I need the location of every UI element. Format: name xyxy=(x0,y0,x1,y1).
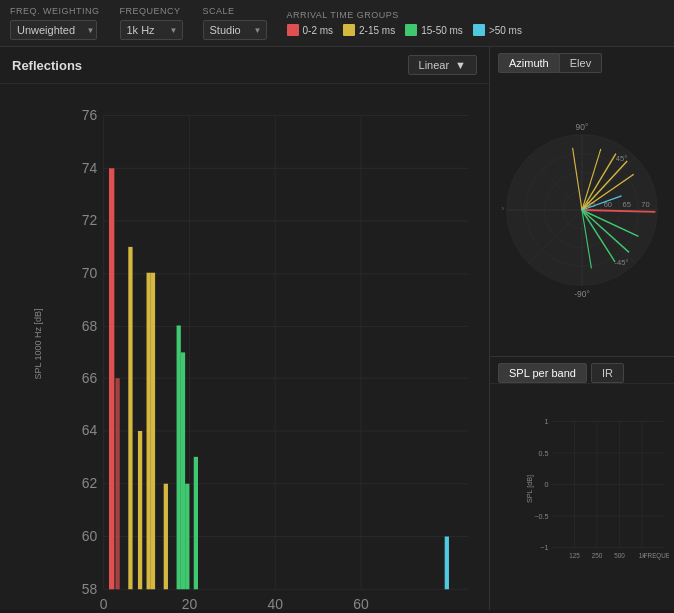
freq-weighting-label: FREQ. WEIGHTING xyxy=(10,6,100,16)
arrival-color-15-50 xyxy=(405,24,417,36)
svg-text:SPL [dB]: SPL [dB] xyxy=(525,475,534,503)
svg-text:125: 125 xyxy=(569,552,580,559)
spl-tabs: SPL per band IR xyxy=(490,357,674,384)
arrival-time-groups: ARRIVAL TIME GROUPS 0-2 ms 2-15 ms 15-50… xyxy=(287,10,522,36)
main-content: Reflections Linear ▼ SPL 1000 Hz [dB] .g… xyxy=(0,47,674,610)
svg-text:66: 66 xyxy=(82,370,98,386)
reflections-title: Reflections xyxy=(12,58,82,73)
scale-wrapper: Studio Hall Church ▼ xyxy=(203,20,267,40)
polar-chart-container: 90° -90° 0° 45° -45° 70 65 60 55 xyxy=(490,73,674,346)
frequency-group: FREQUENCY 1k Hz 125 Hz 250 Hz 500 Hz 2k … xyxy=(120,6,183,40)
svg-text:70: 70 xyxy=(82,265,98,281)
scale-select[interactable]: Studio Hall Church xyxy=(203,20,267,40)
bar-green-2 xyxy=(181,352,185,589)
polar-chart-svg: 90° -90° 0° 45° -45° 70 65 60 55 xyxy=(502,90,662,330)
frequency-label: FREQUENCY xyxy=(120,6,183,16)
svg-text:65: 65 xyxy=(622,200,630,209)
reflections-chart-svg: .grid-line { stroke: #333; stroke-width:… xyxy=(50,94,479,611)
spl-chart-svg: 1 0.5 0 −0.5 −1 SPL [dB] 125 250 xyxy=(525,389,669,580)
tab-ir[interactable]: IR xyxy=(591,363,624,383)
tab-spl-per-band[interactable]: SPL per band xyxy=(498,363,587,383)
svg-text:40: 40 xyxy=(267,596,283,611)
reflections-panel: Reflections Linear ▼ SPL 1000 Hz [dB] .g… xyxy=(0,47,490,610)
arrival-label-50plus: >50 ms xyxy=(489,25,522,36)
tab-azimuth[interactable]: Azimuth xyxy=(498,53,560,73)
tab-elevation[interactable]: Elev xyxy=(560,53,602,73)
svg-text:-90°: -90° xyxy=(574,288,590,298)
arrival-label-0-2: 0-2 ms xyxy=(303,25,334,36)
linear-dropdown-label: Linear xyxy=(419,59,450,71)
linear-dropdown[interactable]: Linear ▼ xyxy=(408,55,477,75)
arrival-color-50plus xyxy=(473,24,485,36)
bar-yellow-1 xyxy=(128,247,132,589)
bar-yellow-4 xyxy=(151,273,155,590)
bar-red-2 xyxy=(115,378,119,589)
svg-text:70: 70 xyxy=(641,200,649,209)
polar-section: Azimuth Elev 90° xyxy=(490,47,674,357)
arrival-item-2-15: 2-15 ms xyxy=(343,24,395,36)
scale-label: SCALE xyxy=(203,6,267,16)
arrival-color-0-2 xyxy=(287,24,299,36)
svg-text:45°: 45° xyxy=(616,154,627,163)
arrival-items-container: 0-2 ms 2-15 ms 15-50 ms >50 ms xyxy=(287,24,522,36)
bar-green-1 xyxy=(177,325,181,589)
svg-text:60: 60 xyxy=(353,596,369,611)
svg-text:-45°: -45° xyxy=(615,257,629,266)
svg-text:62: 62 xyxy=(82,475,98,491)
svg-text:500: 500 xyxy=(614,552,625,559)
svg-text:20: 20 xyxy=(182,596,198,611)
svg-text:68: 68 xyxy=(82,318,98,334)
arrival-time-label: ARRIVAL TIME GROUPS xyxy=(287,10,522,20)
svg-text:60: 60 xyxy=(82,528,98,544)
svg-text:−1: −1 xyxy=(540,543,548,552)
arrival-item-15-50: 15-50 ms xyxy=(405,24,463,36)
svg-text:250: 250 xyxy=(592,552,603,559)
svg-text:0°: 0° xyxy=(502,205,504,215)
frequency-select[interactable]: 1k Hz 125 Hz 250 Hz 500 Hz 2k Hz xyxy=(120,20,183,40)
svg-text:64: 64 xyxy=(82,422,98,438)
freq-weighting-group: FREQ. WEIGHTING Unweighted A-Weighted C-… xyxy=(10,6,100,40)
svg-text:58: 58 xyxy=(82,581,98,597)
scale-group: SCALE Studio Hall Church ▼ xyxy=(203,6,267,40)
svg-text:90°: 90° xyxy=(576,122,589,132)
svg-text:0: 0 xyxy=(544,480,548,489)
svg-text:74: 74 xyxy=(82,160,98,176)
bar-red-1 xyxy=(109,168,114,589)
linear-dropdown-arrow-icon: ▼ xyxy=(455,59,466,71)
top-bar: FREQ. WEIGHTING Unweighted A-Weighted C-… xyxy=(0,0,674,47)
svg-text:−0.5: −0.5 xyxy=(534,512,548,521)
svg-text:1: 1 xyxy=(544,417,548,426)
right-panel: Azimuth Elev 90° xyxy=(490,47,674,610)
bar-green-3 xyxy=(185,484,189,590)
bar-yellow-3 xyxy=(147,273,151,590)
arrival-item-0-2: 0-2 ms xyxy=(287,24,334,36)
svg-text:FREQUEN...: FREQUEN... xyxy=(644,552,669,560)
arrival-label-15-50: 15-50 ms xyxy=(421,25,463,36)
arrival-item-50plus: >50 ms xyxy=(473,24,522,36)
arrival-label-2-15: 2-15 ms xyxy=(359,25,395,36)
arrival-color-2-15 xyxy=(343,24,355,36)
bar-yellow-2 xyxy=(138,431,142,589)
y-axis-label: SPL 1000 Hz [dB] xyxy=(33,308,43,379)
bar-yellow-5 xyxy=(164,484,168,590)
reflections-chart-area: SPL 1000 Hz [dB] .grid-line { stroke: #3… xyxy=(0,84,489,613)
spl-chart-area: 1 0.5 0 −0.5 −1 SPL [dB] 125 250 xyxy=(490,384,674,610)
reflections-header: Reflections Linear ▼ xyxy=(0,47,489,84)
svg-text:76: 76 xyxy=(82,107,98,123)
freq-weighting-wrapper: Unweighted A-Weighted C-Weighted ▼ xyxy=(10,20,100,40)
svg-text:72: 72 xyxy=(82,212,98,228)
spl-section: SPL per band IR 1 0.5 0 −0.5 xyxy=(490,357,674,610)
svg-text:0.5: 0.5 xyxy=(538,449,548,458)
svg-text:0: 0 xyxy=(100,596,108,611)
freq-weighting-select[interactable]: Unweighted A-Weighted C-Weighted xyxy=(10,20,97,40)
bar-cyan-1 xyxy=(445,537,449,590)
bar-green-4 xyxy=(194,457,198,589)
frequency-wrapper: 1k Hz 125 Hz 250 Hz 500 Hz 2k Hz ▼ xyxy=(120,20,183,40)
polar-tabs: Azimuth Elev xyxy=(490,47,674,73)
